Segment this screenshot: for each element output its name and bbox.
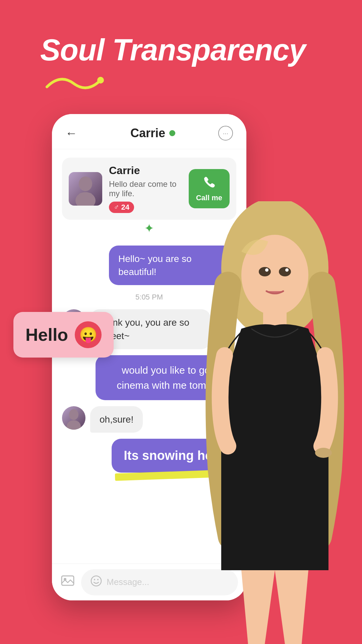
- swirl-decoration: [40, 70, 114, 102]
- woman-overlay: [188, 201, 362, 644]
- message-received-2: oh,sure!: [90, 406, 143, 433]
- svg-point-11: [97, 579, 99, 580]
- svg-point-9: [91, 576, 101, 586]
- svg-point-17: [279, 267, 291, 276]
- contact-name: Carrie: [130, 126, 165, 140]
- more-icon: ···: [223, 129, 229, 137]
- message-placeholder: Message...: [107, 577, 149, 587]
- woman-figure: [188, 201, 362, 644]
- phone-icon: [203, 175, 216, 191]
- emoji-button[interactable]: [90, 575, 102, 589]
- title-area: Soul Transparency: [40, 34, 306, 102]
- more-options-button[interactable]: ···: [218, 126, 233, 141]
- svg-point-2: [75, 192, 96, 206]
- hello-emoji: 😛: [75, 321, 102, 348]
- profile-name: Carrie: [109, 164, 179, 177]
- svg-point-1: [79, 176, 92, 191]
- profile-bio: Hello dear come to my life.: [109, 179, 179, 198]
- header-name-area: Carrie: [87, 126, 218, 140]
- back-button[interactable]: ←: [65, 126, 77, 140]
- svg-point-10: [94, 579, 95, 580]
- sender-avatar-2: [62, 406, 85, 430]
- svg-point-0: [97, 77, 104, 84]
- gender-icon: ♂: [114, 203, 119, 212]
- svg-point-19: [285, 268, 289, 272]
- svg-point-6: [67, 420, 81, 430]
- profile-info: Carrie Hello dear come to my life. ♂ 24: [109, 164, 179, 213]
- image-picker-button[interactable]: [60, 573, 75, 591]
- avatar-image: [69, 172, 102, 206]
- svg-point-18: [265, 268, 268, 272]
- svg-point-16: [259, 267, 271, 276]
- main-title: Soul Transparency: [40, 34, 306, 67]
- profile-avatar: [69, 172, 102, 206]
- svg-rect-7: [62, 576, 74, 585]
- hello-bubble: Hello 😛: [13, 312, 114, 358]
- svg-point-15: [315, 448, 332, 458]
- svg-point-5: [69, 409, 78, 420]
- hello-text: Hello: [25, 325, 68, 345]
- age-value: 24: [121, 203, 129, 212]
- gender-age-badge: ♂ 24: [109, 202, 134, 213]
- online-indicator: [169, 130, 175, 136]
- chat-header: ← Carrie ···: [52, 114, 246, 149]
